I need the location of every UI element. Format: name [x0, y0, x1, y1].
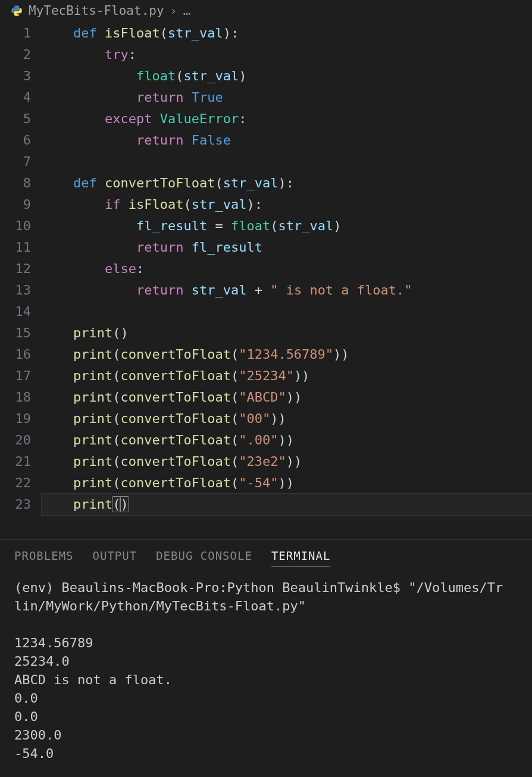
line-number: 1	[0, 23, 31, 44]
line-number-gutter: 1234567891011121314151617181920212223	[0, 23, 42, 539]
bottom-panel: PROBLEMS OUTPUT DEBUG CONSOLE TERMINAL (…	[0, 540, 532, 777]
code-line[interactable]: def convertToFloat(str_val):	[42, 173, 532, 194]
code-line[interactable]: print(convertToFloat(".00"))	[42, 430, 532, 451]
line-number: 22	[0, 472, 31, 494]
code-line[interactable]: return str_val + " is not a float."	[42, 280, 532, 301]
code-line[interactable]: float(str_val)	[42, 65, 532, 87]
tab-debug-console[interactable]: DEBUG CONSOLE	[156, 549, 252, 566]
code-line[interactable]: try:	[42, 44, 532, 65]
line-number: 9	[0, 194, 31, 215]
line-number: 16	[0, 344, 31, 365]
breadcrumb[interactable]: MyTecBits-Float.py › …	[0, 0, 532, 23]
code-editor[interactable]: 1234567891011121314151617181920212223 de…	[0, 23, 532, 539]
code-line[interactable]: else:	[42, 258, 532, 280]
code-line[interactable]: print(convertToFloat("ABCD"))	[42, 387, 532, 408]
code-line[interactable]: return False	[42, 130, 532, 151]
line-number: 18	[0, 387, 31, 408]
code-line[interactable]: return True	[42, 87, 532, 108]
line-number: 20	[0, 430, 31, 451]
code-line[interactable]: print(convertToFloat("-54"))	[42, 472, 532, 494]
line-number: 4	[0, 87, 31, 108]
code-line[interactable]: print(convertToFloat("23e2"))	[42, 451, 532, 472]
line-number: 7	[0, 151, 31, 173]
line-number: 8	[0, 173, 31, 194]
python-icon	[11, 5, 23, 17]
code-line[interactable]	[42, 151, 532, 173]
line-number: 21	[0, 451, 31, 472]
code-line[interactable]: def isFloat(str_val):	[42, 23, 532, 44]
tab-problems[interactable]: PROBLEMS	[14, 549, 74, 566]
code-line[interactable]: return fl_result	[42, 237, 532, 258]
chevron-right-icon: ›	[170, 4, 177, 18]
breadcrumb-ellipsis[interactable]: …	[183, 4, 191, 18]
code-line[interactable]	[42, 301, 532, 322]
line-number: 3	[0, 65, 31, 87]
line-number: 6	[0, 130, 31, 151]
tab-output[interactable]: OUTPUT	[93, 549, 137, 566]
line-number: 17	[0, 365, 31, 387]
line-number: 13	[0, 280, 31, 301]
line-number: 15	[0, 322, 31, 344]
terminal-output[interactable]: (env) Beaulins-MacBook-Pro:Python Beauli…	[0, 571, 532, 770]
panel-tabs: PROBLEMS OUTPUT DEBUG CONSOLE TERMINAL	[0, 540, 532, 571]
tab-terminal[interactable]: TERMINAL	[271, 549, 331, 566]
code-line[interactable]: if isFloat(str_val):	[42, 194, 532, 215]
line-number: 2	[0, 44, 31, 65]
code-line[interactable]: print(convertToFloat("25234"))	[42, 365, 532, 387]
code-line[interactable]: print(convertToFloat("1234.56789"))	[42, 344, 532, 365]
code-line[interactable]: except ValueError:	[42, 108, 532, 130]
code-line[interactable]: print()	[42, 494, 532, 515]
code-line[interactable]: fl_result = float(str_val)	[42, 215, 532, 237]
line-number: 14	[0, 301, 31, 322]
code-area[interactable]: def isFloat(str_val): try: float(str_val…	[42, 23, 532, 539]
line-number: 10	[0, 215, 31, 237]
line-number: 5	[0, 108, 31, 130]
breadcrumb-filename[interactable]: MyTecBits-Float.py	[29, 4, 164, 18]
line-number: 12	[0, 258, 31, 280]
line-number: 23	[0, 494, 31, 515]
code-line[interactable]: print(convertToFloat("00"))	[42, 408, 532, 430]
line-number: 19	[0, 408, 31, 430]
code-line[interactable]: print()	[42, 322, 532, 344]
line-number: 11	[0, 237, 31, 258]
